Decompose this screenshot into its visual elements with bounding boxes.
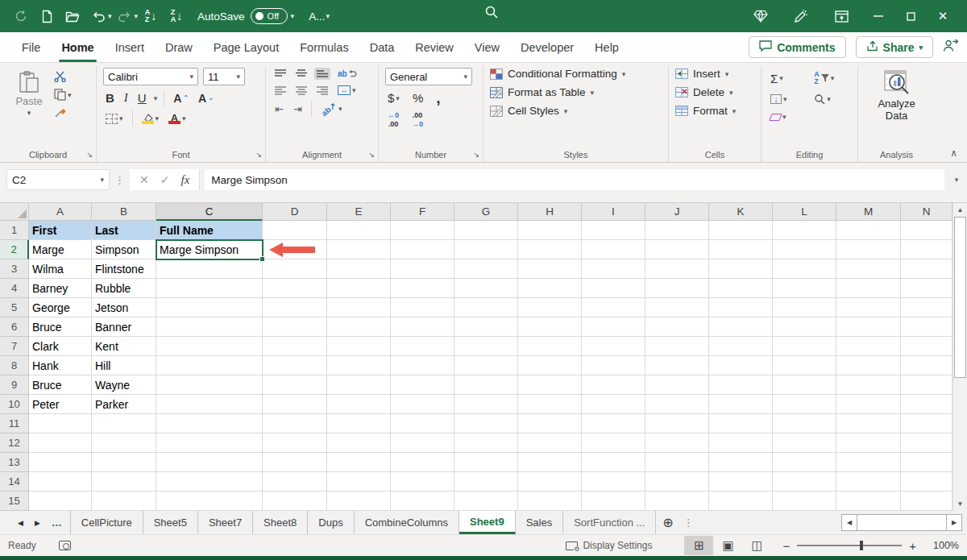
paste-button[interactable]: Paste ▾ — [6, 68, 52, 120]
cell-F3[interactable] — [391, 259, 454, 279]
cell-K14[interactable] — [709, 472, 773, 492]
cell-G5[interactable] — [454, 298, 518, 317]
row-header-3[interactable]: 3 — [0, 259, 29, 279]
zoom-in-icon[interactable]: + — [909, 539, 916, 553]
cell-I14[interactable] — [582, 472, 645, 492]
cell-L13[interactable] — [773, 453, 836, 472]
sheet-tab-Sheet7[interactable]: Sheet7 — [198, 511, 253, 534]
cell-E10[interactable] — [327, 395, 391, 414]
cell-J6[interactable] — [645, 317, 709, 337]
conditional-formatting-button[interactable]: Conditional Formatting▾ — [490, 68, 662, 80]
cell-F14[interactable] — [391, 472, 454, 492]
cell-N8[interactable] — [901, 356, 952, 375]
cell-D3[interactable] — [263, 259, 327, 279]
cell-E11[interactable] — [327, 414, 391, 433]
sheet-tab-CombineColumns[interactable]: CombineColumns — [355, 511, 459, 534]
cell-D5[interactable] — [263, 298, 327, 317]
sheet-tab-Sheet8[interactable]: Sheet8 — [253, 511, 308, 534]
cell-G15[interactable] — [454, 492, 518, 511]
cell-N6[interactable] — [901, 317, 952, 337]
ribbon-display-options-icon[interactable] — [828, 4, 854, 28]
column-header-I[interactable]: I — [582, 203, 645, 221]
column-header-L[interactable]: L — [773, 203, 836, 221]
cell-D7[interactable] — [263, 337, 327, 356]
formula-bar-grip[interactable]: ⋮ — [114, 174, 125, 186]
maximize-button[interactable] — [894, 4, 927, 28]
sheet-tab-Sheet5[interactable]: Sheet5 — [143, 511, 198, 534]
cell-E9[interactable] — [327, 375, 391, 395]
cell-K10[interactable] — [709, 395, 773, 414]
top-align-button[interactable] — [272, 68, 288, 80]
font-size-select[interactable]: 11▾ — [203, 68, 245, 85]
cell-N3[interactable] — [901, 259, 952, 279]
sheet-tab-Dups[interactable]: Dups — [308, 511, 354, 534]
bold-button[interactable]: B — [103, 89, 117, 106]
delete-cells-button[interactable]: Delete▾ — [675, 86, 754, 98]
scroll-down-icon[interactable]: ▼ — [953, 497, 967, 511]
cell-D11[interactable] — [263, 414, 327, 433]
decrease-indent-button[interactable]: ⇤ — [272, 102, 286, 117]
cell-B6[interactable]: Banner — [92, 317, 156, 337]
column-header-F[interactable]: F — [391, 203, 454, 221]
cell-A3[interactable]: Wilma — [29, 259, 92, 279]
analyze-data-button[interactable]: AnalyzeData — [865, 68, 928, 123]
cell-A1[interactable]: First — [29, 221, 92, 240]
cell-L2[interactable] — [773, 240, 836, 259]
cell-M14[interactable] — [836, 472, 901, 492]
cell-E15[interactable] — [327, 492, 391, 511]
cell-J12[interactable] — [645, 433, 709, 453]
cell-G10[interactable] — [454, 395, 518, 414]
ribbon-tab-data[interactable]: Data — [359, 32, 405, 62]
cell-K5[interactable] — [709, 298, 773, 317]
cell-I6[interactable] — [582, 317, 645, 337]
fill-down-button[interactable]: ↓▾ — [768, 92, 803, 106]
cell-D13[interactable] — [263, 453, 327, 472]
scroll-up-icon[interactable]: ▲ — [953, 203, 967, 217]
column-header-B[interactable]: B — [92, 203, 156, 221]
share-with-people-icon[interactable] — [943, 39, 959, 56]
cell-H2[interactable] — [518, 240, 582, 259]
column-header-E[interactable]: E — [327, 203, 391, 221]
cell-H4[interactable] — [518, 279, 582, 298]
cell-L1[interactable] — [773, 221, 836, 240]
cell-C8[interactable] — [156, 356, 263, 375]
middle-align-button[interactable] — [293, 68, 309, 80]
cut-button[interactable] — [52, 69, 74, 84]
sheet-list-icon[interactable]: … — [52, 516, 62, 529]
cell-C10[interactable] — [156, 395, 263, 414]
cell-C6[interactable] — [156, 317, 263, 337]
borders-button[interactable]: ▾ — [103, 112, 126, 126]
cell-N7[interactable] — [901, 337, 952, 356]
cell-N4[interactable] — [901, 279, 952, 298]
cell-I9[interactable] — [582, 375, 645, 395]
scroll-right-icon[interactable]: ▶ — [946, 514, 962, 531]
ribbon-tab-developer[interactable]: Developer — [510, 32, 584, 62]
row-header-4[interactable]: 4 — [0, 279, 29, 298]
copy-button[interactable]: ▾ — [52, 87, 74, 102]
cell-A8[interactable]: Hank — [29, 356, 92, 375]
cell-N15[interactable] — [901, 492, 952, 511]
cell-E5[interactable] — [327, 298, 391, 317]
cell-I7[interactable] — [582, 337, 645, 356]
cell-M7[interactable] — [836, 337, 901, 356]
cell-J10[interactable] — [645, 395, 709, 414]
cell-H6[interactable] — [518, 317, 582, 337]
autosum-button[interactable]: Σ▾ — [768, 69, 803, 87]
cell-N10[interactable] — [901, 395, 952, 414]
cell-L11[interactable] — [773, 414, 836, 433]
display-settings-button[interactable]: Display Settings — [566, 540, 652, 551]
cell-G6[interactable] — [454, 317, 518, 337]
cell-K4[interactable] — [709, 279, 773, 298]
cell-K3[interactable] — [709, 259, 773, 279]
cell-H9[interactable] — [518, 375, 582, 395]
cell-L5[interactable] — [773, 298, 836, 317]
cell-B3[interactable]: Flintstone — [92, 259, 156, 279]
cell-D6[interactable] — [263, 317, 327, 337]
row-header-9[interactable]: 9 — [0, 375, 29, 395]
cell-F9[interactable] — [391, 375, 454, 395]
cell-D4[interactable] — [263, 279, 327, 298]
decrease-decimal-button[interactable]: .00→0 — [409, 110, 425, 130]
cell-J4[interactable] — [645, 279, 709, 298]
cell-K9[interactable] — [709, 375, 773, 395]
column-header-N[interactable]: N — [901, 203, 952, 221]
